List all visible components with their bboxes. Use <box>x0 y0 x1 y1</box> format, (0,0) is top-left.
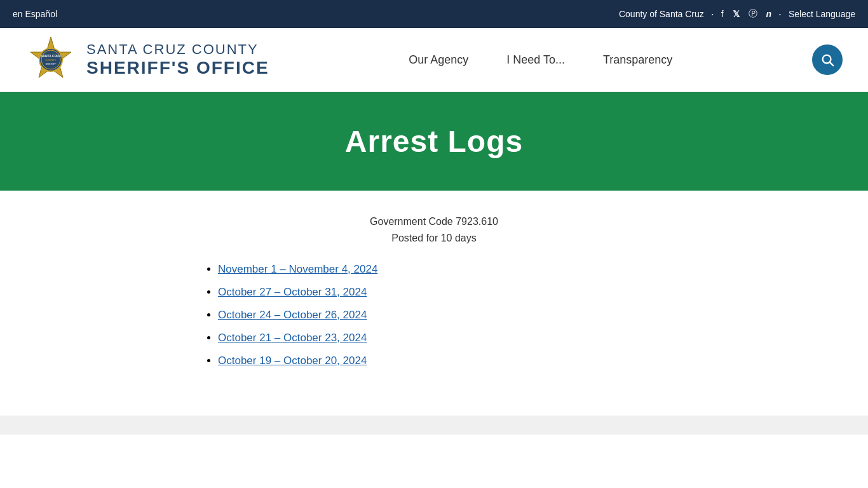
gov-code-text: Government Code 7923.610 <box>193 216 675 227</box>
social-icons: f 𝕏 Ⓟ n <box>721 8 771 20</box>
top-bar-left: en Español <box>13 9 57 19</box>
svg-line-7 <box>830 62 833 65</box>
top-bar: en Español County of Santa Cruz • f 𝕏 Ⓟ … <box>0 0 868 28</box>
nav-transparency[interactable]: Transparency <box>603 53 672 67</box>
svg-text:SHERIFF: SHERIFF <box>45 62 57 65</box>
nav-our-agency[interactable]: Our Agency <box>409 53 468 67</box>
search-button[interactable] <box>812 44 843 75</box>
svg-text:SANTA CRUZ: SANTA CRUZ <box>41 54 61 58</box>
search-icon <box>820 53 834 67</box>
office-name: SHERIFF'S OFFICE <box>86 58 269 78</box>
main-content: Government Code 7923.610 Posted for 10 d… <box>180 191 688 416</box>
arrest-log-link[interactable]: October 27 – October 31, 2024 <box>218 286 367 298</box>
svg-text:COUNTY: COUNTY <box>46 58 57 62</box>
dot-1: • <box>712 11 714 17</box>
pinterest-icon[interactable]: Ⓟ <box>749 8 757 20</box>
county-link[interactable]: County of Santa Cruz <box>619 9 704 19</box>
page-title: Arrest Logs <box>13 124 855 159</box>
arrest-log-link[interactable]: October 24 – October 26, 2024 <box>218 309 367 321</box>
nextdoor-icon[interactable]: n <box>766 9 772 19</box>
hero-banner: Arrest Logs <box>0 92 868 191</box>
header: SANTA CRUZ COUNTY SHERIFF SANTA CRUZ COU… <box>0 28 868 92</box>
list-item: October 19 – October 20, 2024 <box>218 355 675 367</box>
logo-area[interactable]: SANTA CRUZ COUNTY SHERIFF SANTA CRUZ COU… <box>25 34 269 85</box>
list-item: October 24 – October 26, 2024 <box>218 309 675 322</box>
posted-text: Posted for 10 days <box>193 233 675 244</box>
sheriff-badge-logo: SANTA CRUZ COUNTY SHERIFF <box>25 34 76 85</box>
select-language[interactable]: Select Language <box>789 9 855 19</box>
arrest-logs-list: November 1 – November 4, 2024October 27 … <box>193 263 675 367</box>
footer-bar <box>0 416 868 435</box>
dot-2: • <box>779 11 781 17</box>
list-item: October 27 – October 31, 2024 <box>218 286 675 299</box>
list-item: October 21 – October 23, 2024 <box>218 332 675 344</box>
nav-i-need-to[interactable]: I Need To... <box>506 53 565 67</box>
list-item: November 1 – November 4, 2024 <box>218 263 675 276</box>
arrest-log-link[interactable]: October 21 – October 23, 2024 <box>218 332 367 344</box>
logo-text: SANTA CRUZ COUNTY SHERIFF'S OFFICE <box>86 41 269 78</box>
facebook-icon[interactable]: f <box>721 9 724 19</box>
arrest-log-link[interactable]: October 19 – October 20, 2024 <box>218 355 367 367</box>
main-nav: Our Agency I Need To... Transparency <box>409 53 672 67</box>
agency-name: SANTA CRUZ COUNTY <box>86 41 269 58</box>
top-bar-right: County of Santa Cruz • f 𝕏 Ⓟ n • Select … <box>619 8 855 20</box>
spanish-link[interactable]: en Español <box>13 9 57 19</box>
twitter-x-icon[interactable]: 𝕏 <box>733 9 740 19</box>
arrest-log-link[interactable]: November 1 – November 4, 2024 <box>218 263 377 275</box>
